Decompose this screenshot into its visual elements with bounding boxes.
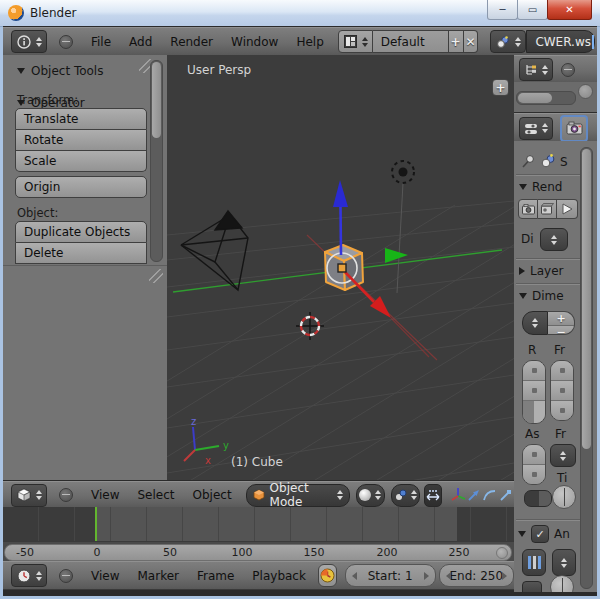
time-remap-toggle[interactable] xyxy=(524,490,552,507)
rotate-button[interactable]: Rotate xyxy=(15,130,147,151)
expand-properties-region-button[interactable]: + xyxy=(492,79,509,96)
timeline-menu-frame[interactable]: Frame xyxy=(197,569,234,583)
frame-rate-dropdown[interactable] xyxy=(550,444,576,467)
add-layout-button[interactable]: + xyxy=(449,30,464,53)
antialiasing-checkbox[interactable]: ✓ xyxy=(531,525,549,543)
outliner-hscrollbar-thumb[interactable] xyxy=(518,93,552,103)
mode-selector[interactable]: Object Mode xyxy=(246,484,350,507)
render-presets-dropdown[interactable] xyxy=(522,311,548,335)
time-remap-knob[interactable] xyxy=(552,485,576,509)
viewport-shading-selector[interactable] xyxy=(356,484,385,507)
scale-button[interactable]: Scale xyxy=(15,151,147,172)
delete-layout-button[interactable]: ✕ xyxy=(464,30,479,53)
editor-type-selector-info[interactable] xyxy=(11,30,47,53)
render-animation-button[interactable] xyxy=(538,199,557,219)
manipulate-center-points-toggle[interactable] xyxy=(424,484,442,507)
resolution-percent-slider[interactable] xyxy=(523,400,545,423)
render-still-button[interactable] xyxy=(518,199,538,219)
filter-size-knob[interactable] xyxy=(550,575,574,592)
resolution-sliders[interactable] xyxy=(522,360,546,424)
outliner-content[interactable] xyxy=(514,82,597,113)
menu-window[interactable]: Window xyxy=(231,35,278,49)
properties-scrollbar[interactable] xyxy=(580,147,593,589)
frame-start-slider[interactable] xyxy=(551,361,573,380)
pivot-point-selector[interactable] xyxy=(391,484,420,507)
panel-corner-icon[interactable] xyxy=(149,269,163,283)
editor-type-selector-outliner[interactable] xyxy=(519,58,553,81)
play-animation-button[interactable] xyxy=(557,199,578,219)
outliner-vscrollbar-handle[interactable] xyxy=(578,84,593,99)
layers-panel-header[interactable]: Layer xyxy=(519,264,563,278)
dimensions-panel-header[interactable]: Dime xyxy=(519,289,564,303)
manipulator-axes-icon[interactable] xyxy=(450,487,466,503)
resolution-y-slider[interactable] xyxy=(523,380,545,400)
duplicate-objects-button[interactable]: Duplicate Objects xyxy=(15,221,147,243)
editor-type-selector-3dview[interactable] xyxy=(11,484,47,507)
frame-step-slider[interactable] xyxy=(551,400,573,420)
editor-type-selector-properties[interactable] xyxy=(519,117,553,140)
full-sample-toggle[interactable] xyxy=(522,581,542,592)
menu-help[interactable]: Help xyxy=(296,35,323,49)
outliner-hscrollbar[interactable] xyxy=(516,91,576,105)
aspect-x-slider[interactable] xyxy=(523,445,545,464)
menu-render[interactable]: Render xyxy=(170,35,213,49)
translate-manipulator-icon[interactable] xyxy=(466,487,482,503)
toolshelf-scrollbar-thumb[interactable] xyxy=(152,62,161,138)
properties-content[interactable]: S Rend Di Layer xyxy=(514,141,597,592)
minimize-button[interactable]: ─ xyxy=(487,0,518,20)
render-tab-active[interactable] xyxy=(560,115,588,142)
antialiasing-panel-header[interactable]: ✓ An xyxy=(518,525,570,543)
aa-samples-toggle[interactable] xyxy=(522,549,546,576)
screen-layout-icon-button[interactable] xyxy=(338,30,373,53)
collapse-menus-icon[interactable] xyxy=(59,488,73,502)
timeline-area[interactable] xyxy=(3,507,514,541)
collapse-menus-icon[interactable] xyxy=(59,569,73,583)
scene-selector-button[interactable] xyxy=(490,30,526,53)
titlebar[interactable]: Blender ─ ▭ ✕ xyxy=(0,0,600,27)
timeline-menu-view[interactable]: View xyxy=(91,569,119,583)
collapse-menus-icon[interactable] xyxy=(561,63,575,77)
frame-range-sliders[interactable] xyxy=(550,360,574,421)
timeline-playhead[interactable] xyxy=(95,507,97,541)
viewport-3d[interactable]: z y x User Persp (1) Cube + xyxy=(167,55,515,480)
editor-type-selector-timeline[interactable] xyxy=(11,564,47,587)
close-button[interactable]: ✕ xyxy=(547,0,592,20)
menu-add[interactable]: Add xyxy=(129,35,152,49)
scene-name-field[interactable]: CWER.ws xyxy=(526,30,595,53)
timeline-scrollbar[interactable]: -50 0 50 100 150 200 250 xyxy=(4,544,512,561)
translate-button[interactable]: Translate xyxy=(15,108,147,130)
increment-icon[interactable] xyxy=(424,572,429,580)
delete-button[interactable]: Delete xyxy=(15,243,147,264)
aspect-y-slider[interactable] xyxy=(523,464,545,484)
origin-button[interactable]: Origin xyxy=(15,176,147,198)
decrement-icon[interactable] xyxy=(446,572,451,580)
render-panel-header[interactable]: Rend xyxy=(519,180,562,194)
screen-layout-name-field[interactable]: Default xyxy=(373,30,449,53)
viewport-menu-view[interactable]: View xyxy=(91,488,119,502)
rotate-manipulator-icon[interactable] xyxy=(482,487,498,503)
resolution-x-slider[interactable] xyxy=(523,361,545,380)
frame-start-field[interactable]: Start: 1 xyxy=(345,564,436,587)
scrollbar-handle-icon[interactable] xyxy=(496,547,508,559)
decrement-icon[interactable] xyxy=(352,572,357,580)
display-dropdown[interactable] xyxy=(540,228,568,251)
viewport-menu-select[interactable]: Select xyxy=(137,488,174,502)
timeline-menu-playback[interactable]: Playback xyxy=(252,569,306,583)
preset-remove-button[interactable]: − xyxy=(548,325,574,335)
preview-range-clock-button[interactable] xyxy=(318,564,337,587)
preset-add-button[interactable]: + xyxy=(548,312,574,325)
properties-scrollbar-thumb[interactable] xyxy=(582,149,591,449)
increment-icon[interactable] xyxy=(502,572,507,580)
timeline-menu-marker[interactable]: Marker xyxy=(137,569,178,583)
collapse-menus-icon[interactable] xyxy=(59,35,73,49)
toolshelf-scrollbar[interactable] xyxy=(150,60,163,262)
frame-end-field[interactable]: End: 250 xyxy=(439,564,514,587)
viewport-menu-object[interactable]: Object xyxy=(193,488,232,502)
scale-manipulator-icon[interactable] xyxy=(498,487,514,503)
pin-icon[interactable] xyxy=(520,153,536,169)
menu-file[interactable]: File xyxy=(91,35,111,49)
maximize-button[interactable]: ▭ xyxy=(517,0,548,20)
aspect-sliders[interactable] xyxy=(522,444,546,485)
frame-end-slider[interactable] xyxy=(551,380,573,400)
aa-filter-dropdown[interactable] xyxy=(552,549,576,576)
